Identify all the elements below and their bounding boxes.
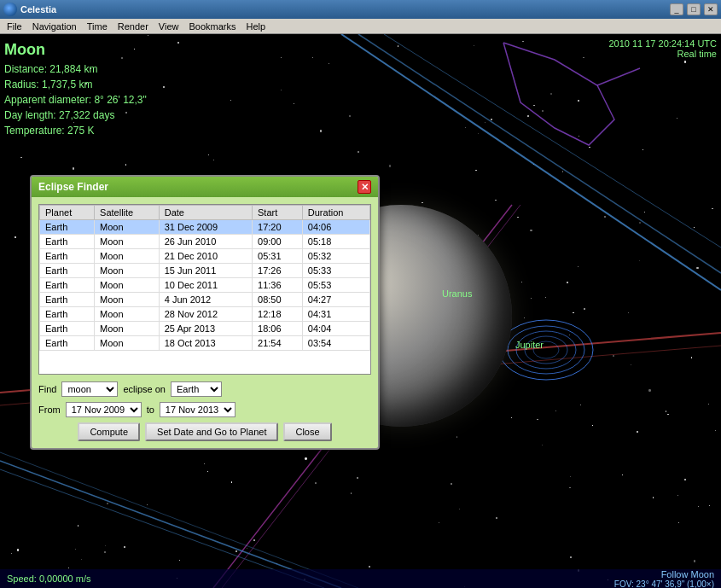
dialog-title-bar: Eclipse Finder ✕ bbox=[32, 177, 378, 197]
close-button[interactable]: Close bbox=[283, 422, 331, 441]
table-cell: 18 Oct 2013 bbox=[159, 336, 252, 351]
object-title: Moon bbox=[4, 38, 147, 61]
table-cell: 17:26 bbox=[253, 264, 303, 278]
speed-display: Speed: 0,00000 m/s bbox=[7, 573, 90, 584]
dialog-close-button[interactable]: ✕ bbox=[358, 180, 371, 194]
table-cell: Moon bbox=[95, 220, 160, 235]
eclipse-table: Planet Satellite Date Start Duration Ear… bbox=[39, 205, 370, 351]
info-right: 2010 11 17 20:24:14 UTC Real time bbox=[608, 38, 717, 59]
table-row[interactable]: EarthMoon21 Dec 201005:3105:32 bbox=[40, 249, 370, 264]
svg-line-0 bbox=[597, 68, 640, 85]
eclipse-finder-dialog: Eclipse Finder ✕ Planet Satellite Date S… bbox=[30, 175, 380, 450]
from-to-row: From 17 Nov 200917 Nov 2010 to 17 Nov 20… bbox=[38, 402, 371, 417]
dialog-title: Eclipse Finder bbox=[38, 181, 108, 193]
apparent-diameter-info: Apparent diameter: 8° 26' 12,3" bbox=[4, 92, 147, 108]
button-row: Compute Set Date and Go to Planet Close bbox=[38, 422, 371, 441]
menu-file[interactable]: File bbox=[2, 20, 27, 32]
table-cell: 05:31 bbox=[253, 249, 303, 264]
table-cell: 21:54 bbox=[253, 336, 303, 351]
table-cell: 04:04 bbox=[302, 322, 369, 336]
menu-view[interactable]: View bbox=[154, 20, 184, 32]
menu-help[interactable]: Help bbox=[241, 20, 271, 32]
app-icon bbox=[3, 3, 17, 16]
table-cell: 10 Dec 2011 bbox=[159, 278, 252, 293]
menu-bookmarks[interactable]: Bookmarks bbox=[184, 20, 241, 32]
table-cell: Earth bbox=[40, 322, 95, 336]
table-row[interactable]: EarthMoon18 Oct 201321:5403:54 bbox=[40, 336, 370, 351]
compute-button[interactable]: Compute bbox=[78, 422, 140, 441]
uranus-label: Uranus bbox=[442, 288, 472, 299]
close-button[interactable]: ✕ bbox=[704, 3, 718, 15]
table-row[interactable]: EarthMoon31 Dec 200917:2004:06 bbox=[40, 220, 370, 235]
eclipse-on-label: eclipse on bbox=[123, 384, 166, 394]
table-cell: Earth bbox=[40, 278, 95, 293]
title-bar: Celestia _ □ ✕ bbox=[0, 0, 721, 19]
table-cell: Earth bbox=[40, 264, 95, 278]
table-cell: 04:27 bbox=[302, 293, 369, 307]
table-cell: 26 Jun 2010 bbox=[159, 235, 252, 249]
to-label: to bbox=[147, 405, 154, 415]
table-row[interactable]: EarthMoon28 Nov 201212:1804:31 bbox=[40, 307, 370, 322]
maximize-button[interactable]: □ bbox=[687, 3, 701, 15]
table-header-row: Planet Satellite Date Start Duration bbox=[40, 206, 370, 220]
temperature-info: Temperature: 275 K bbox=[4, 123, 147, 138]
eclipse-on-select[interactable]: EarthMarsJupiterSaturn bbox=[171, 381, 222, 397]
set-date-button[interactable]: Set Date and Go to Planet bbox=[145, 422, 278, 441]
table-cell: 18:06 bbox=[253, 322, 303, 336]
table-cell: 04:31 bbox=[302, 307, 369, 322]
table-cell: 05:18 bbox=[302, 235, 369, 249]
follow-moon-label: Follow Moon bbox=[614, 569, 714, 579]
status-bar: Speed: 0,00000 m/s Follow Moon FOV: 23° … bbox=[0, 569, 721, 588]
menu-time[interactable]: Time bbox=[82, 20, 113, 32]
table-cell: 04:06 bbox=[302, 220, 369, 235]
table-cell: 05:33 bbox=[302, 264, 369, 278]
col-start: Start bbox=[253, 206, 303, 220]
mode-display: Real time bbox=[608, 49, 717, 59]
eclipse-table-wrapper[interactable]: Planet Satellite Date Start Duration Ear… bbox=[38, 204, 371, 375]
table-cell: Earth bbox=[40, 249, 95, 264]
from-select[interactable]: 17 Nov 200917 Nov 2010 bbox=[66, 402, 142, 417]
app-title: Celestia bbox=[20, 4, 666, 15]
table-cell: Moon bbox=[95, 336, 160, 351]
table-cell: Earth bbox=[40, 220, 95, 235]
menu-render[interactable]: Render bbox=[113, 20, 154, 32]
follow-moon-display: Follow Moon FOV: 23° 47' 36,9" (1,00×) bbox=[614, 569, 714, 589]
table-cell: 11:36 bbox=[253, 278, 303, 293]
find-row: Find moonsunmercuryvenusmars eclipse on … bbox=[38, 381, 371, 397]
table-row[interactable]: EarthMoon26 Jun 201009:0005:18 bbox=[40, 235, 370, 249]
datetime-display: 2010 11 17 20:24:14 UTC bbox=[608, 38, 717, 49]
table-cell: 09:00 bbox=[253, 235, 303, 249]
col-satellite: Satellite bbox=[95, 206, 160, 220]
table-cell: Moon bbox=[95, 264, 160, 278]
table-cell: Moon bbox=[95, 293, 160, 307]
jupiter-label: Jupiter bbox=[515, 340, 544, 350]
svg-line-10 bbox=[0, 452, 358, 588]
table-cell: Earth bbox=[40, 235, 95, 249]
col-duration: Duration bbox=[302, 206, 369, 220]
radius-info: Radius: 1,737,5 km bbox=[4, 77, 147, 92]
table-row[interactable]: EarthMoon10 Dec 201111:3605:53 bbox=[40, 278, 370, 293]
from-label: From bbox=[38, 405, 61, 415]
table-row[interactable]: EarthMoon4 Jun 201208:5004:27 bbox=[40, 293, 370, 307]
col-planet: Planet bbox=[40, 206, 95, 220]
table-cell: 25 Apr 2013 bbox=[159, 322, 252, 336]
fov-display: FOV: 23° 47' 36,9" (1,00×) bbox=[614, 579, 714, 589]
minimize-button[interactable]: _ bbox=[670, 3, 683, 15]
table-row[interactable]: EarthMoon25 Apr 201318:0604:04 bbox=[40, 322, 370, 336]
table-cell: 17:20 bbox=[253, 220, 303, 235]
dialog-body: Planet Satellite Date Start Duration Ear… bbox=[32, 197, 378, 448]
info-overlay: Moon Distance: 21,884 km Radius: 1,737,5… bbox=[4, 38, 147, 138]
table-cell: Moon bbox=[95, 278, 160, 293]
table-cell: Moon bbox=[95, 235, 160, 249]
find-select[interactable]: moonsunmercuryvenusmars bbox=[61, 381, 118, 397]
table-row[interactable]: EarthMoon15 Jun 201117:2605:33 bbox=[40, 264, 370, 278]
table-cell: 21 Dec 2010 bbox=[159, 249, 252, 264]
menu-bar: File Navigation Time Render View Bookmar… bbox=[0, 19, 721, 34]
to-select[interactable]: 17 Nov 201317 Nov 2014 bbox=[160, 402, 235, 417]
menu-navigation[interactable]: Navigation bbox=[27, 20, 82, 32]
table-cell: Moon bbox=[95, 307, 160, 322]
space-background: Moon Distance: 21,884 km Radius: 1,737,5… bbox=[0, 34, 721, 588]
table-cell: Earth bbox=[40, 293, 95, 307]
table-cell: 03:54 bbox=[302, 336, 369, 351]
table-cell: Earth bbox=[40, 307, 95, 322]
